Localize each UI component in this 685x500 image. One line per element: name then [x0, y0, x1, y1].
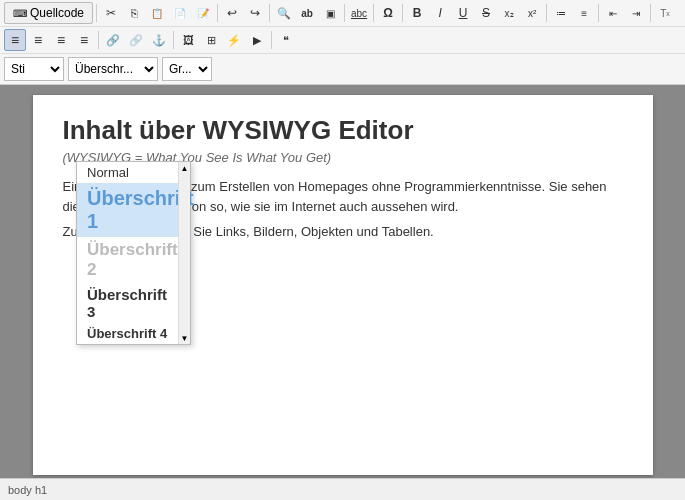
- toolbar: ⌨ Quellcode ✂ ⎘ 📋 📄 📝 ↩ ↪ 🔍 ab ▣ abc Ω B…: [0, 0, 685, 85]
- sep8: [650, 4, 651, 22]
- underline-button[interactable]: U: [452, 2, 474, 24]
- sep7: [598, 4, 599, 22]
- source-icon: ⌨: [13, 8, 27, 19]
- redo-button[interactable]: ↪: [244, 2, 266, 24]
- bold-button[interactable]: B: [406, 2, 428, 24]
- dropdown-item-h2[interactable]: Überschrift 2: [77, 237, 178, 283]
- remove-format-button[interactable]: Tx: [654, 2, 676, 24]
- size-select[interactable]: Gr...: [162, 57, 212, 81]
- blockquote-button[interactable]: ❝: [275, 29, 297, 51]
- sep6: [546, 4, 547, 22]
- align-center-button[interactable]: ≡: [27, 29, 49, 51]
- sep3: [344, 4, 345, 22]
- table-button[interactable]: ⊞: [200, 29, 222, 51]
- toolbar-row1: ⌨ Quellcode ✂ ⎘ 📋 📄 📝 ↩ ↪ 🔍 ab ▣ abc Ω B…: [0, 0, 685, 27]
- scroll-down-button[interactable]: ▼: [179, 332, 191, 344]
- anchor-button[interactable]: ⚓: [148, 29, 170, 51]
- source-button[interactable]: ⌨ Quellcode: [4, 2, 93, 24]
- paste-plain-button[interactable]: 📄: [169, 2, 191, 24]
- paste-word-button[interactable]: 📝: [192, 2, 214, 24]
- cut-button[interactable]: ✂: [100, 2, 122, 24]
- dropdown-item-normal[interactable]: Normal: [77, 162, 178, 183]
- sep-align: [98, 31, 99, 49]
- toolbar-row2: ≡ ≡ ≡ ≡ 🔗 🔗 ⚓ 🖼 ⊞ ⚡ ▶ ❝: [0, 27, 685, 54]
- editor-heading: Inhalt über WYSIWYG Editor: [63, 115, 623, 146]
- sep-link: [173, 31, 174, 49]
- format-dropdown: Normal Überschrift 1 Überschrift 2 Übers…: [76, 161, 191, 345]
- dropdown-inner: Normal Überschrift 1 Überschrift 2 Übers…: [77, 162, 178, 344]
- sep-media: [271, 31, 272, 49]
- copy-button[interactable]: ⎘: [123, 2, 145, 24]
- flash-button[interactable]: ⚡: [223, 29, 245, 51]
- list-ordered-button[interactable]: ≔: [550, 2, 572, 24]
- align-left-button[interactable]: ≡: [4, 29, 26, 51]
- select-all-button[interactable]: ▣: [319, 2, 341, 24]
- dropdown-item-h3[interactable]: Überschrift 3: [77, 283, 178, 323]
- link-button[interactable]: 🔗: [102, 29, 124, 51]
- sep4: [373, 4, 374, 22]
- italic-button[interactable]: I: [429, 2, 451, 24]
- heading-select[interactable]: Normal Überschr... Überschrift 2 Übersch…: [68, 57, 158, 81]
- undo-button[interactable]: ↩: [221, 2, 243, 24]
- toolbar-row3: Sti Normal Überschr... Überschrift 2 Übe…: [0, 54, 685, 84]
- replace-button[interactable]: ab: [296, 2, 318, 24]
- spell-button[interactable]: abc: [348, 2, 370, 24]
- dropdown-item-h1[interactable]: Überschrift 1: [77, 183, 178, 237]
- superscript-button[interactable]: x²: [521, 2, 543, 24]
- sep1: [217, 4, 218, 22]
- paste-button[interactable]: 📋: [146, 2, 168, 24]
- image-button[interactable]: 🖼: [177, 29, 199, 51]
- editor-container: Inhalt über WYSIWYG Editor (WYSIWYG = Wh…: [0, 85, 685, 478]
- dropdown-item-h4[interactable]: Überschrift 4: [77, 323, 178, 344]
- strike-button[interactable]: S: [475, 2, 497, 24]
- subscript-button[interactable]: x₂: [498, 2, 520, 24]
- align-justify-button[interactable]: ≡: [73, 29, 95, 51]
- dropdown-scrollbar: ▲ ▼: [178, 162, 190, 344]
- source-label: Quellcode: [30, 6, 84, 20]
- outdent-button[interactable]: ⇤: [602, 2, 624, 24]
- sep-after-source: [96, 4, 97, 22]
- sep2: [269, 4, 270, 22]
- style-select[interactable]: Sti: [4, 57, 64, 81]
- omega-button[interactable]: Ω: [377, 2, 399, 24]
- sep5: [402, 4, 403, 22]
- status-bar: body h1: [0, 478, 685, 500]
- media-button[interactable]: ▶: [246, 29, 268, 51]
- indent-button[interactable]: ⇥: [625, 2, 647, 24]
- unlink-button[interactable]: 🔗: [125, 29, 147, 51]
- list-unordered-button[interactable]: ≡: [573, 2, 595, 24]
- status-text: body h1: [8, 484, 47, 496]
- scroll-up-button[interactable]: ▲: [179, 162, 191, 174]
- find-button[interactable]: 🔍: [273, 2, 295, 24]
- align-right-button[interactable]: ≡: [50, 29, 72, 51]
